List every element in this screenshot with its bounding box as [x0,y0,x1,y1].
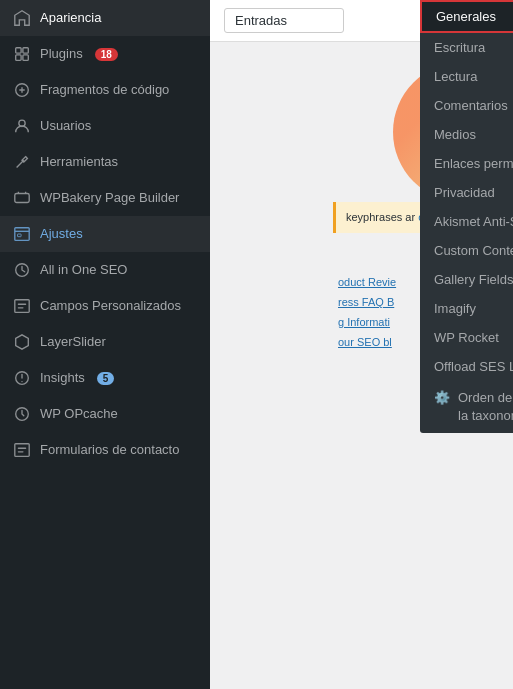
submenu-item-privacidad[interactable]: Privacidad [420,178,513,207]
akismet-label: Akismet Anti-Spam [434,214,513,229]
sidebar-item-fragmentos[interactable]: Fragmentos de código [0,72,210,108]
orden-gear-icon: ⚙️ [434,390,450,405]
entradas-input[interactable] [224,8,344,33]
comentarios-label: Comentarios [434,98,508,113]
submenu-item-akismet[interactable]: Akismet Anti-Spam [420,207,513,236]
submenu-item-offload[interactable]: Offload SES Lite [420,352,513,381]
escritura-label: Escritura [434,40,485,55]
submenu-item-escritura[interactable]: Escritura [420,33,513,62]
privacidad-label: Privacidad [434,185,495,200]
sidebar: Apariencia Plugins 18 Fragmentos de códi… [0,0,210,689]
sidebar-item-allinoneseo[interactable]: All in One SEO [0,252,210,288]
submenu-item-generales[interactable]: Generales [420,0,513,33]
ajustes-label: Ajustes [40,226,83,243]
submenu-item-orden[interactable]: ⚙️ Orden de los términos de la taxonomía [420,381,513,433]
usuarios-icon [12,116,32,136]
offload-label: Offload SES Lite [434,359,513,374]
apariencia-label: Apariencia [40,10,101,27]
sidebar-item-usuarios[interactable]: Usuarios [0,108,210,144]
ajustes-submenu: Generales Escritura Lectura Comentarios … [420,0,513,433]
svg-rect-7 [15,228,29,241]
apariencia-icon [12,8,32,28]
banner-text: keyphrases ar [346,211,415,223]
sidebar-item-ajustes[interactable]: Ajustes [0,216,210,252]
submenu-item-lectura[interactable]: Lectura [420,62,513,91]
usuarios-label: Usuarios [40,118,91,135]
svg-rect-14 [15,444,29,457]
sidebar-item-campos[interactable]: Campos Personalizados [0,288,210,324]
generales-label: Generales [436,9,496,24]
sidebar-item-apariencia[interactable]: Apariencia [0,0,210,36]
svg-rect-0 [16,48,21,53]
plugins-label: Plugins [40,46,83,63]
plugins-icon [12,44,32,64]
plugins-badge: 18 [95,48,118,61]
svg-rect-10 [15,300,29,313]
ajustes-icon [12,224,32,244]
gallery-fields-label: Gallery Fields [434,272,513,287]
campos-icon [12,296,32,316]
enlaces-label: Enlaces permanentes [434,156,513,171]
formularios-icon [12,440,32,460]
insights-label: Insights [40,370,85,387]
svg-rect-2 [16,55,21,60]
wpopcache-label: WP OPcache [40,406,118,423]
sidebar-item-plugins[interactable]: Plugins 18 [0,36,210,72]
svg-rect-1 [23,48,28,53]
sidebar-item-herramientas[interactable]: Herramientas [0,144,210,180]
herramientas-label: Herramientas [40,154,118,171]
submenu-item-gallery-fields[interactable]: Gallery Fields [420,265,513,294]
orden-label: Orden de los términos de la taxonomía [458,389,513,425]
custom-content-label: Custom Content [434,243,513,258]
svg-rect-3 [23,55,28,60]
herramientas-icon [12,152,32,172]
submenu-item-wp-rocket[interactable]: WP Rocket [420,323,513,352]
sidebar-item-wpopcache[interactable]: WP OPcache [0,396,210,432]
imagify-label: Imagify [434,301,476,316]
sidebar-item-insights[interactable]: Insights 5 [0,360,210,396]
sidebar-item-formularios[interactable]: Formularios de contacto [0,432,210,468]
wpbakery-icon [12,188,32,208]
wpbakery-label: WPBakery Page Builder [40,190,179,207]
submenu-item-medios[interactable]: Medios [420,120,513,149]
lectura-label: Lectura [434,69,477,84]
insights-badge: 5 [97,372,115,385]
insights-icon [12,368,32,388]
layerslider-label: LayerSlider [40,334,106,351]
submenu-item-custom-content[interactable]: Custom Content [420,236,513,265]
svg-point-12 [21,381,22,382]
wp-rocket-label: WP Rocket [434,330,499,345]
fragmentos-icon [12,80,32,100]
allinoneseo-icon [12,260,32,280]
submenu-item-enlaces[interactable]: Enlaces permanentes [420,149,513,178]
svg-rect-8 [18,234,22,237]
campos-label: Campos Personalizados [40,298,181,315]
main-content: keyphrases ar oday! → oduct Revie ress F… [210,0,513,689]
sidebar-item-wpbakery[interactable]: WPBakery Page Builder [0,180,210,216]
wpopcache-icon [12,404,32,424]
formularios-label: Formularios de contacto [40,442,179,459]
svg-rect-6 [15,194,29,203]
medios-label: Medios [434,127,476,142]
fragmentos-label: Fragmentos de código [40,82,169,99]
allinoneseo-label: All in One SEO [40,262,127,279]
submenu-item-comentarios[interactable]: Comentarios [420,91,513,120]
submenu-item-imagify[interactable]: Imagify [420,294,513,323]
layerslider-icon [12,332,32,352]
sidebar-item-layerslider[interactable]: LayerSlider [0,324,210,360]
